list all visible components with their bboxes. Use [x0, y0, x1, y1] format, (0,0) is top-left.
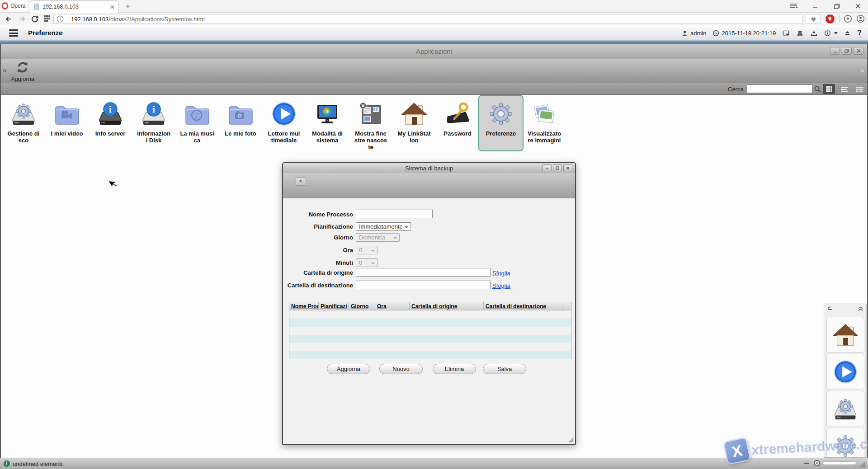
app-item-lettore-multimediale[interactable]: Lettore mul timediale — [262, 96, 306, 150]
back-icon[interactable] — [5, 15, 13, 23]
column-header-6[interactable]: Cartella di destinazione — [484, 302, 562, 310]
column-header-2[interactable]: Pianificazi — [319, 302, 349, 310]
dialog-resize-grip[interactable] — [568, 437, 574, 443]
schedule-value: Immediatamente — [359, 223, 403, 230]
dialog-minimize-button[interactable] — [542, 164, 552, 171]
destination-folder-input[interactable] — [356, 281, 491, 289]
app-item-le-mie-foto[interactable]: Le mie foto — [219, 96, 262, 150]
app-close-button[interactable] — [854, 47, 863, 55]
tray-icon[interactable] — [796, 30, 804, 37]
small-icons-view-button[interactable] — [854, 84, 866, 94]
download-tray-icon[interactable] — [810, 30, 818, 37]
app-item-mostra-finestre-nascoste[interactable]: Mostra fine stre nascos te — [349, 96, 392, 150]
nuovo-button[interactable]: Nuovo — [379, 364, 423, 374]
app-restore-button[interactable] — [842, 47, 852, 55]
aggiorna-button[interactable]: Aggiorna — [327, 364, 370, 374]
desktop-icon[interactable] — [782, 30, 790, 37]
search-input[interactable] — [747, 84, 812, 93]
dialog-maximize-button[interactable] — [553, 164, 562, 171]
forward-icon[interactable] — [18, 15, 26, 23]
destination-folder-label: Cartella di destinazione — [283, 282, 353, 289]
source-browse-link[interactable]: Sfoglia — [492, 270, 510, 277]
downloads-icon[interactable] — [844, 14, 852, 23]
refresh-button[interactable]: Aggiorna — [7, 60, 38, 82]
applications-titlebar[interactable]: Applicazioni — [1, 44, 867, 59]
process-name-input[interactable] — [356, 210, 433, 218]
app-item-la-mia-musica[interactable]: ♪La mia musi ca — [175, 96, 219, 150]
new-tab-button[interactable]: + — [123, 1, 133, 11]
windows-hidden-icon — [356, 99, 385, 128]
hour-select[interactable]: 0 — [356, 246, 377, 254]
dialog-button-row: AggiornaNuovoEliminaSalva — [283, 364, 575, 375]
close-button[interactable] — [850, 0, 865, 12]
salva-button[interactable]: Salva — [483, 364, 526, 374]
grid-view-button[interactable] — [823, 84, 835, 94]
restore-button[interactable] — [829, 0, 844, 12]
dock-preferences-button[interactable] — [826, 428, 864, 458]
adblock-stop-icon[interactable] — [826, 14, 834, 23]
table-row[interactable] — [289, 310, 571, 319]
elimina-button[interactable]: Elimina — [433, 364, 476, 374]
dock-disk-manager-button[interactable] — [826, 391, 864, 427]
url-field[interactable]: 192.168.0.103/rtknas2/Applications/Syste… — [53, 14, 803, 24]
column-header-5[interactable]: Cartella di origine — [410, 302, 484, 310]
table-row[interactable] — [289, 351, 571, 359]
app-item-preferenze[interactable]: Preferenze — [479, 96, 523, 150]
zoom-slider-track[interactable] — [823, 461, 856, 465]
table-row[interactable] — [289, 343, 571, 351]
bookmark-heart-button[interactable] — [806, 14, 821, 24]
info-dropdown-icon[interactable] — [824, 30, 838, 37]
zoom-slider-knob[interactable] — [814, 460, 820, 466]
schedule-select[interactable]: Immediatamente — [356, 222, 411, 231]
destination-browse-link[interactable]: Sfoglia — [492, 282, 510, 289]
minimize-button[interactable] — [807, 0, 823, 12]
process-name-label: Nome Processo — [283, 211, 353, 218]
app-item-password[interactable]: Password — [436, 96, 479, 150]
reload-icon[interactable] — [31, 15, 39, 23]
app-item-gestione-disco[interactable]: Gestione di sco — [2, 96, 45, 150]
site-info-icon[interactable] — [57, 15, 64, 23]
search-icon[interactable] — [814, 85, 821, 93]
app-item-my-linkstation[interactable]: My LinkStat ion — [392, 96, 436, 150]
app-item-i-miei-video[interactable]: I miei video — [45, 96, 89, 150]
source-folder-input[interactable] — [356, 268, 491, 277]
backup-system-dialog: Sistema di backup < Nome Processo Pianif… — [282, 162, 576, 445]
eject-icon[interactable] — [844, 30, 851, 36]
minutes-select[interactable]: 0 — [356, 258, 377, 267]
dock-my-linkstation-button[interactable] — [826, 317, 864, 353]
dock-collapse-icon[interactable] — [858, 305, 863, 312]
app-minimize-button[interactable] — [830, 47, 840, 55]
window-resize-grip[interactable] — [859, 460, 866, 468]
tab-close-icon[interactable] — [110, 5, 114, 9]
browser-tab[interactable]: 192.168.0.103 — [30, 0, 118, 13]
collapse-right-chevron[interactable]: » — [860, 66, 864, 75]
app-item-modalit-disistema[interactable]: Modalità di sistema — [306, 96, 349, 150]
logged-user[interactable]: admin — [681, 30, 706, 37]
list-view-button[interactable] — [838, 84, 850, 94]
dialog-back-button[interactable]: < — [296, 177, 306, 186]
collapse-left-chevron[interactable]: « — [3, 66, 7, 75]
column-header-4[interactable]: Ora — [375, 302, 410, 310]
datetime-text: 2015-11-19 20:21:19 — [722, 30, 776, 37]
table-row[interactable] — [289, 335, 571, 343]
browser-menu-icon[interactable] — [786, 0, 801, 12]
dock-back-arrow-icon[interactable] — [827, 306, 834, 312]
opera-menu-button[interactable]: Opera — [0, 0, 27, 12]
app-item-info-server[interactable]: iInfo server — [89, 96, 132, 150]
dialog-close-button[interactable] — [563, 164, 572, 171]
column-header-1[interactable]: Nome Proc — [289, 302, 319, 310]
dock-media-player-button[interactable] — [826, 354, 864, 390]
app-item-informazioni-disk[interactable]: iInformazion i Disk — [132, 96, 175, 150]
table-row[interactable] — [289, 327, 571, 335]
dialog-titlebar[interactable]: Sistema di backup — [283, 163, 575, 173]
column-header-3[interactable]: Giorno — [349, 302, 375, 310]
menu-hamburger-icon[interactable] — [9, 29, 18, 37]
day-select[interactable]: Domenica — [356, 233, 400, 242]
app-item-visualizzatore-immagini[interactable]: Visualizzato re immagini — [523, 96, 566, 150]
speed-dial-icon[interactable] — [43, 15, 52, 23]
profile-icon[interactable] — [856, 14, 864, 23]
table-row[interactable] — [289, 319, 571, 327]
schedule-label: Pianificazione — [283, 223, 353, 230]
help-button[interactable]: ? — [857, 29, 862, 37]
zoom-out-icon[interactable] — [804, 463, 809, 464]
